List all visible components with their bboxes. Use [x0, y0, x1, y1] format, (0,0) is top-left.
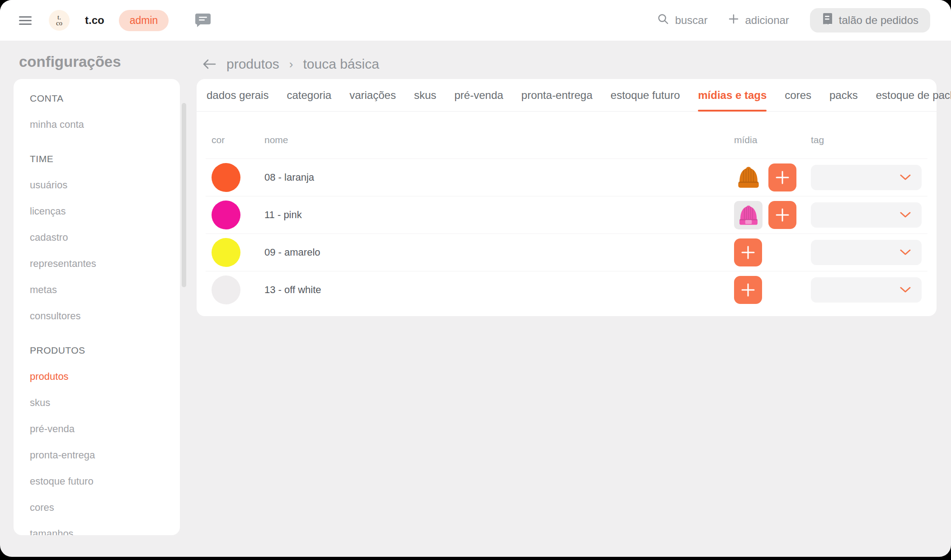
tag-select[interactable] — [811, 240, 922, 265]
search-icon — [657, 13, 669, 28]
breadcrumb-current: touca básica — [303, 56, 379, 72]
logo-line2: co — [56, 20, 62, 26]
tab-midias-e-tags[interactable]: mídias e tags — [698, 79, 767, 111]
color-swatch — [212, 201, 240, 229]
product-tabs: dados gerais categoria variações skus pr… — [197, 79, 937, 112]
breadcrumb: produtos › touca básica — [202, 55, 379, 73]
sidebar-item-licencas[interactable]: licenças — [30, 198, 180, 224]
table-row: 09 - amarelo — [206, 233, 927, 271]
variation-name: 08 - laranja — [264, 172, 734, 183]
chevron-down-icon — [900, 287, 911, 293]
product-media-tags-panel: dados gerais categoria variações skus pr… — [197, 79, 937, 316]
sidebar-item-estoque-futuro[interactable]: estoque futuro — [30, 468, 180, 495]
table-row: 08 - laranja — [206, 159, 927, 196]
brand-logo[interactable]: t. co — [49, 10, 70, 31]
add-media-button[interactable] — [768, 163, 796, 191]
variation-name: 09 - amarelo — [264, 247, 734, 258]
tab-dados-gerais[interactable]: dados gerais — [207, 79, 268, 111]
tag-select[interactable] — [811, 202, 922, 228]
back-arrow-icon[interactable] — [202, 58, 217, 70]
breadcrumb-separator: › — [289, 57, 293, 71]
sidebar-item-usuarios[interactable]: usuários — [30, 172, 180, 198]
nav-section-time: TIME — [30, 146, 180, 172]
sidebar-item-produtos[interactable]: produtos — [30, 364, 180, 390]
beanie-image — [735, 164, 762, 191]
variation-name: 11 - pink — [264, 209, 734, 221]
chevron-down-icon — [900, 249, 911, 256]
sidebar-item-cadastro[interactable]: cadastro — [30, 224, 180, 251]
sidebar-item-consultores[interactable]: consultores — [30, 303, 180, 329]
beanie-image — [735, 202, 762, 228]
variation-name: 13 - off white — [264, 284, 734, 296]
breadcrumb-parent[interactable]: produtos — [226, 56, 279, 72]
sidebar-scrollbar[interactable] — [182, 103, 186, 287]
add-media-button[interactable] — [768, 201, 796, 229]
tag-select[interactable] — [811, 277, 922, 303]
tab-categoria[interactable]: categoria — [287, 79, 331, 111]
color-swatch — [212, 163, 240, 192]
chevron-down-icon — [900, 174, 911, 181]
tag-select[interactable] — [811, 165, 922, 190]
plus-icon — [728, 14, 739, 27]
col-header-nome: nome — [264, 135, 734, 145]
col-header-cor: cor — [212, 135, 264, 145]
add-label: adicionar — [745, 14, 789, 27]
page-title: configurações — [19, 53, 121, 70]
sidebar-item-minha-conta[interactable]: minha conta — [30, 112, 180, 138]
tab-estoque-de-packs[interactable]: estoque de packs — [876, 79, 951, 111]
nav-section-conta: CONTA — [30, 85, 180, 112]
sidebar-item-skus[interactable]: skus — [30, 390, 180, 416]
tab-estoque-futuro[interactable]: estoque futuro — [611, 79, 680, 111]
order-pad-button[interactable]: talão de pedidos — [810, 8, 930, 33]
tab-skus[interactable]: skus — [414, 79, 436, 111]
tab-pronta-entrega[interactable]: pronta-entrega — [521, 79, 592, 111]
chat-icon[interactable] — [195, 13, 211, 28]
nav-section-produtos: PRODUTOS — [30, 337, 180, 364]
admin-badge: admin — [119, 10, 169, 31]
app-window: t. co t.co admin buscar — [0, 0, 951, 557]
chevron-down-icon — [900, 212, 911, 218]
media-thumbnail-beanie[interactable] — [734, 201, 763, 229]
search-button[interactable]: buscar — [657, 13, 707, 28]
col-header-tag: tag — [811, 135, 922, 145]
table-row: 13 - off white — [206, 271, 927, 308]
label-patch — [745, 220, 752, 224]
sidebar-item-metas[interactable]: metas — [30, 277, 180, 303]
color-swatch — [212, 238, 240, 267]
table-header: cor nome mídia tag — [197, 112, 937, 159]
tab-pre-venda[interactable]: pré-venda — [454, 79, 503, 111]
tab-cores[interactable]: cores — [785, 79, 811, 111]
add-button[interactable]: adicionar — [728, 14, 789, 27]
tab-variacoes[interactable]: variações — [349, 79, 396, 111]
add-media-button[interactable] — [734, 276, 762, 304]
col-header-midia: mídia — [734, 135, 811, 145]
receipt-icon — [822, 13, 833, 28]
sidebar-item-cores[interactable]: cores — [30, 495, 180, 521]
sidebar-item-pre-venda[interactable]: pré-venda — [30, 416, 180, 442]
sidebar-item-tamanhos[interactable]: tamanhos — [30, 521, 180, 535]
sidebar-item-pronta-entrega[interactable]: pronta-entrega — [30, 442, 180, 468]
tab-packs[interactable]: packs — [829, 79, 858, 111]
media-thumbnail-beanie[interactable] — [734, 163, 763, 192]
brand-name: t.co — [85, 14, 104, 27]
order-pad-label: talão de pedidos — [839, 14, 918, 27]
table-row: 11 - pink — [206, 196, 927, 233]
menu-icon[interactable] — [19, 16, 32, 25]
color-swatch — [212, 275, 240, 304]
add-media-button[interactable] — [734, 238, 762, 266]
topbar: t. co t.co admin buscar — [0, 0, 951, 41]
sidebar-item-representantes[interactable]: representantes — [30, 251, 180, 277]
search-label: buscar — [675, 14, 707, 27]
settings-nav: CONTA minha conta TIME usuários licenças… — [14, 79, 180, 535]
